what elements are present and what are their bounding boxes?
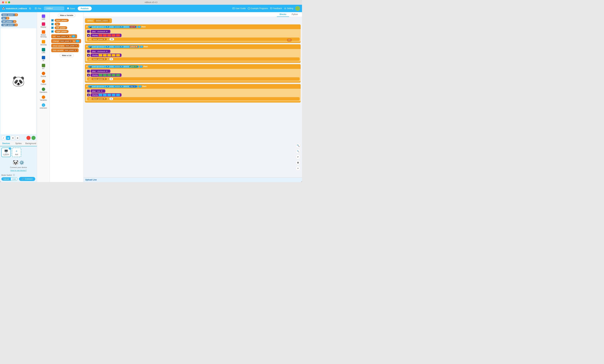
display-colors-yellow[interactable]: display: [90, 54, 122, 57]
probe-dropdown-green[interactable]: random ▼: [114, 66, 123, 68]
color-box-3-red[interactable]: [107, 34, 111, 36]
display-colors-blue[interactable]: display: [90, 93, 122, 97]
stop-button[interactable]: [26, 136, 30, 140]
hide-variable-block[interactable]: hide variable base_power ▼: [51, 48, 78, 52]
set-var-dropdown[interactable]: base_power ▼: [56, 35, 69, 37]
zoom-in-button[interactable]: 🔍: [296, 143, 300, 148]
grid-stage-button[interactable]: ⊞: [15, 136, 20, 140]
maximize-button[interactable]: [8, 1, 10, 3]
cat-motion-sensing[interactable]: Motion Sensing: [38, 29, 49, 39]
change-block[interactable]: change base_power ▼ by 1: [51, 39, 81, 43]
cat-led[interactable]: LED: [38, 13, 49, 21]
tab-background[interactable]: Background: [25, 141, 37, 146]
cat-sensing[interactable]: Sensing: [38, 39, 49, 47]
sensor-chip-blue[interactable]: 📷 quad rgb sensor 1 ▼ probe random ▼ det…: [88, 85, 138, 88]
project-name-input[interactable]: [44, 7, 64, 10]
var-checkbox-left-power[interactable]: [51, 27, 54, 29]
xml-button[interactable]: </>: [287, 38, 292, 41]
play-sound-green[interactable]: play clockwork ▼: [90, 70, 110, 73]
port-dropdown-blue[interactable]: ▼: [106, 85, 109, 87]
file-menu-button[interactable]: File: [33, 7, 43, 11]
show-var-dropdown[interactable]: base_power ▼: [65, 45, 77, 47]
change-var-dropdown[interactable]: base_power ▼: [60, 40, 72, 42]
color-box-1-blue[interactable]: [99, 94, 102, 96]
color-box-2-yellow[interactable]: [103, 54, 107, 56]
cat-variables[interactable]: Variables: [38, 95, 49, 102]
example-programs-link[interactable]: Example Programs: [248, 7, 268, 10]
cat-display[interactable]: Display: [38, 21, 49, 29]
set-block-green[interactable]: set base_power ▼ to 0: [87, 77, 300, 81]
set-val-green[interactable]: 0: [109, 78, 113, 80]
display-colors-red[interactable]: display: [90, 34, 122, 37]
cat-iot[interactable]: IoT: [38, 63, 49, 70]
make-list-button[interactable]: Make a List: [60, 54, 74, 57]
zoom-out-button[interactable]: 🔍: [296, 149, 300, 154]
var-chip-kp[interactable]: kp: [55, 23, 60, 25]
color-box-3-green[interactable]: [107, 74, 111, 76]
probe-dropdown[interactable]: random ▼: [114, 26, 123, 28]
medium-stage-button[interactable]: ▦: [6, 136, 10, 140]
expand-stage-button[interactable]: ⤢: [1, 136, 5, 140]
var-chip-right-power[interactable]: right_power: [55, 30, 69, 33]
play-sound-yellow[interactable]: play clockwork ▼: [90, 50, 110, 53]
color-box-1-green[interactable]: [99, 74, 102, 76]
mode-switch-info[interactable]: ⓘ: [13, 174, 15, 176]
set-val-yellow[interactable]: 0: [109, 58, 113, 60]
change-value[interactable]: 1: [76, 40, 79, 42]
port-dropdown-yellow[interactable]: ▼: [106, 46, 109, 48]
display-block-green[interactable]: ▦ display: [87, 73, 300, 77]
remove-device-button[interactable]: ✕: [9, 147, 11, 150]
feedback-link[interactable]: Feedback: [270, 7, 282, 10]
color-box-4-green[interactable]: [112, 74, 115, 76]
set-block-blue[interactable]: set base_power ▼ to 0: [87, 97, 300, 100]
sound-dropdown-red[interactable]: clockwork ▼: [96, 30, 109, 33]
set-val-blue[interactable]: 0: [109, 98, 113, 100]
add-device-button[interactable]: + Add: [12, 148, 21, 157]
color-dropdown-red[interactable]: red ▼: [130, 26, 136, 28]
close-button[interactable]: [2, 1, 4, 3]
color-box-5-green[interactable]: [116, 74, 120, 76]
sound-dropdown-green[interactable]: clockwork ▼: [96, 70, 109, 73]
set-var-red[interactable]: base_power ▼: [92, 38, 106, 40]
set-var-green[interactable]: base_power ▼: [92, 78, 106, 80]
color-box-2-blue[interactable]: [103, 94, 107, 96]
setting-link[interactable]: Setting: [284, 7, 293, 10]
cat-control[interactable]: Control: [38, 79, 49, 86]
cyberpi-device[interactable]: ✕ 🖥️ CyberPi: [1, 148, 11, 157]
color-dropdown-blue[interactable]: blue ▼: [130, 85, 137, 87]
go-button[interactable]: [32, 136, 36, 140]
sound-dropdown-blue[interactable]: iron ▼: [96, 90, 104, 92]
display-block-blue[interactable]: ▦ display: [87, 93, 300, 97]
port-dropdown-green[interactable]: ▼: [106, 66, 109, 68]
color-box-2-red[interactable]: [103, 34, 107, 36]
undo-button[interactable]: ↩: [296, 155, 300, 159]
color-box-4-yellow[interactable]: [112, 54, 115, 56]
sensor-chip-red[interactable]: 📷 quad rgb sensor 1 ▼ probe random ▼ det…: [88, 25, 137, 28]
color-box-1-yellow[interactable]: [99, 54, 102, 56]
play-block-red[interactable]: ♪ play clockwork ▼: [87, 30, 300, 33]
color-box-3-blue[interactable]: [107, 94, 111, 96]
var-chip-left-power[interactable]: left_power: [55, 26, 67, 29]
sound-dropdown-yellow[interactable]: clockwork ▼: [96, 50, 109, 52]
color-box-4-blue[interactable]: [112, 94, 115, 96]
save-button[interactable]: Save: [65, 7, 76, 11]
probe-dropdown-yellow[interactable]: random ▼: [114, 46, 123, 48]
port-dropdown[interactable]: ▼: [106, 26, 109, 28]
play-block-yellow[interactable]: ♪ play clockwork ▼: [87, 50, 300, 53]
set-block[interactable]: set base_power ▼ to 0: [51, 34, 77, 38]
var-chip-base-power[interactable]: base_power: [55, 19, 69, 22]
set-block-yellow[interactable]: set base_power ▼ to 0: [87, 57, 300, 61]
probe-dropdown-blue[interactable]: random ▼: [114, 85, 123, 87]
play-sound-blue[interactable]: play iron ▼: [90, 89, 105, 93]
set-block-red[interactable]: set base_power ▼ to 30: [87, 37, 300, 41]
display-colors-green[interactable]: display: [90, 73, 122, 77]
var-checkbox-right-power[interactable]: [51, 30, 54, 33]
user-guide-link[interactable]: User Guide: [232, 7, 246, 10]
show-variable-block[interactable]: show variable base_power ▼: [51, 44, 79, 48]
color-box-1-red[interactable]: [99, 34, 102, 36]
settings-button[interactable]: ⚙: [296, 160, 300, 165]
sensor-chip-green[interactable]: 📷 quad rgb sensor 1 ▼ probe random ▼ det…: [88, 65, 139, 68]
minimize-button[interactable]: [5, 1, 7, 3]
sensor-chip-yellow[interactable]: 📷 quad rgb sensor 1 ▼ probe random ▼ det…: [88, 46, 139, 48]
play-block-green[interactable]: ♪ play clockwork ▼: [87, 70, 300, 73]
